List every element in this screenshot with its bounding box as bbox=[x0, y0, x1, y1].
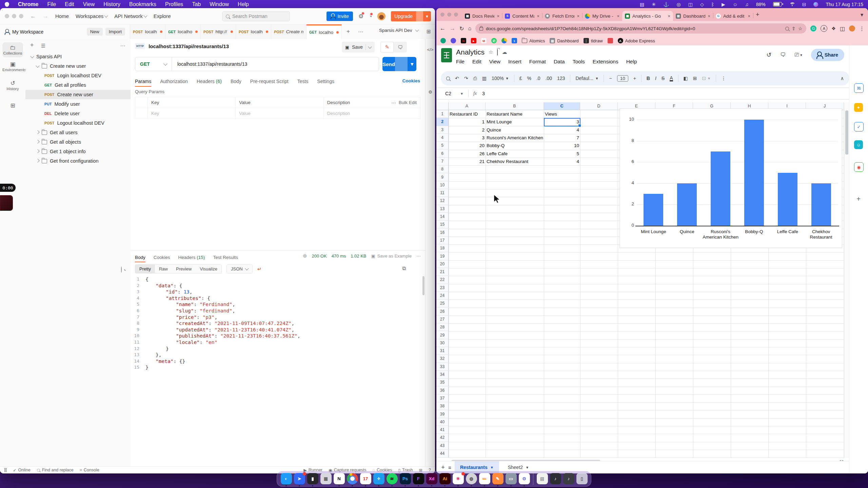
dock-dark-app[interactable]: ▮ bbox=[307, 472, 318, 486]
row-header-17[interactable]: 17 bbox=[436, 237, 449, 244]
dock-white-box[interactable]: ▤ bbox=[536, 472, 548, 486]
tab-headers[interactable]: Headers (6) bbox=[197, 79, 222, 84]
request-delete-user[interactable]: DELDelete user bbox=[25, 109, 131, 118]
text-color-icon[interactable]: A bbox=[670, 76, 673, 81]
cell-B4[interactable]: Rusconi's American Kitchen bbox=[486, 134, 544, 142]
minimize-button[interactable] bbox=[447, 13, 451, 17]
menu-help[interactable]: Help bbox=[238, 1, 249, 7]
battery-icon[interactable] bbox=[773, 2, 782, 6]
hint-bulb-icon[interactable]: ⚙ bbox=[426, 89, 435, 95]
extension-a-icon[interactable]: A bbox=[821, 25, 827, 32]
menu-format[interactable]: Format bbox=[529, 59, 546, 65]
menu-data[interactable]: Data bbox=[554, 59, 565, 65]
dock-round-app[interactable]: ◍ bbox=[466, 472, 477, 486]
home-icon[interactable]: ⌂ bbox=[468, 25, 471, 32]
tab-body[interactable]: Body bbox=[231, 79, 241, 84]
dock-mini-player-2[interactable]: ♪ bbox=[563, 472, 574, 486]
dock-trash[interactable]: ▯ bbox=[576, 472, 588, 486]
row-header-35[interactable]: 35 bbox=[436, 379, 449, 386]
record-icon[interactable]: ◎ bbox=[676, 2, 680, 7]
mode-visualize[interactable]: Visualize bbox=[196, 265, 221, 273]
menu-file[interactable]: File bbox=[47, 1, 56, 7]
dock-spotify[interactable]: ≋ bbox=[386, 472, 398, 486]
dock-notes-list[interactable]: ≔ bbox=[479, 472, 490, 486]
calendar-favicon[interactable]: 1 bbox=[512, 38, 517, 43]
siri-icon[interactable] bbox=[813, 2, 818, 7]
cell-C5[interactable]: 10 bbox=[544, 142, 580, 149]
select-all-corner[interactable] bbox=[436, 102, 449, 110]
user-status-icon[interactable]: ☺ bbox=[733, 2, 737, 7]
menu-view[interactable]: View bbox=[83, 1, 95, 7]
recording-preview[interactable] bbox=[0, 195, 13, 211]
mode-preview[interactable]: Preview bbox=[172, 265, 196, 273]
tasks-icon[interactable]: ✓ bbox=[854, 122, 864, 131]
sidebar-toggle-icon[interactable]: ⫿⫿ bbox=[4, 468, 7, 473]
new-button[interactable]: New bbox=[87, 28, 103, 36]
request-modify-user[interactable]: PUTModify user bbox=[25, 99, 131, 109]
settings-gear-icon[interactable]: ⚙ bbox=[358, 13, 363, 20]
row-header-21[interactable]: 21 bbox=[436, 268, 449, 276]
print-icon[interactable]: ⎙ bbox=[473, 76, 477, 81]
bookmark-favicon-red[interactable] bbox=[608, 38, 613, 43]
add-collection-icon[interactable]: + bbox=[30, 42, 34, 49]
chart-bar-4[interactable] bbox=[778, 173, 797, 226]
close-button[interactable] bbox=[5, 14, 9, 18]
fill-color-icon[interactable]: ◧ bbox=[684, 76, 688, 81]
menu-edit[interactable]: Edit bbox=[472, 59, 481, 65]
request-tab-1[interactable]: POSTlocalh bbox=[130, 24, 165, 39]
dock-figma[interactable]: F bbox=[413, 472, 424, 486]
cell-C3[interactable]: 4 bbox=[544, 126, 580, 134]
version-history-icon[interactable]: ↺ bbox=[766, 51, 771, 59]
request-login-localhost-dev[interactable]: POSTLogin localhost DEV bbox=[25, 71, 131, 80]
row-header-4[interactable]: 4 bbox=[436, 134, 449, 142]
menu-file[interactable]: File bbox=[456, 59, 465, 65]
forward-icon[interactable]: → bbox=[43, 13, 48, 20]
row-header-14[interactable]: 14 bbox=[436, 213, 449, 221]
profile-avatar[interactable] bbox=[849, 25, 855, 32]
close-button[interactable] bbox=[440, 13, 445, 17]
zoom-icon[interactable] bbox=[785, 27, 789, 30]
extensions-puzzle-icon[interactable]: ❖ bbox=[831, 26, 836, 31]
strikethrough-icon[interactable]: S bbox=[662, 76, 665, 81]
response-scrollbar[interactable] bbox=[422, 276, 425, 295]
key-input[interactable]: Key bbox=[147, 108, 235, 119]
menu-bookmarks[interactable]: Bookmarks bbox=[129, 1, 156, 7]
play-icon[interactable]: ▶ bbox=[722, 2, 725, 7]
mode-pretty[interactable]: Pretty bbox=[135, 265, 155, 273]
environment-selector[interactable]: Sparsis API Dev bbox=[379, 28, 418, 33]
volume-icon[interactable]: ♫ bbox=[745, 2, 749, 7]
find-and-replace[interactable]: Find and replace bbox=[37, 468, 74, 472]
folder-get-all-users[interactable]: Get all users bbox=[25, 128, 131, 137]
cookies-link[interactable]: Cookies bbox=[402, 78, 420, 83]
nav-api-network[interactable]: API Network bbox=[114, 13, 146, 19]
name-box-chevron[interactable]: ▼ bbox=[460, 92, 463, 96]
sidebar-item-history[interactable]: ↺ History bbox=[2, 80, 23, 91]
network-icon[interactable]: ⊕ bbox=[303, 253, 307, 259]
code-snippet-icon[interactable]: </> bbox=[426, 47, 435, 52]
maximize-button[interactable] bbox=[454, 13, 458, 17]
browser-tab-add-edit-chart[interactable]: G Add & edit a ch× bbox=[713, 11, 753, 21]
bookmark-dashboard[interactable]: ▥Dashboard bbox=[550, 38, 579, 43]
row-header-1[interactable]: 1 bbox=[436, 110, 449, 118]
wifi-icon[interactable] bbox=[789, 2, 795, 6]
move-folder-icon[interactable] bbox=[497, 49, 498, 55]
cell-A6[interactable]: 26 bbox=[449, 150, 486, 158]
bold-icon[interactable]: B bbox=[647, 76, 650, 81]
response-divider[interactable] bbox=[131, 250, 426, 250]
row-header-25[interactable]: 25 bbox=[436, 300, 449, 307]
browser-tab-analytics-active[interactable]: ▦ Analytics - Go× bbox=[622, 11, 673, 21]
dock-adobe-xd[interactable]: Xd bbox=[426, 472, 437, 486]
close-tab-icon[interactable]: × bbox=[577, 14, 579, 19]
cell-C4[interactable]: 7 bbox=[544, 134, 580, 142]
chart-bar-2[interactable] bbox=[711, 151, 730, 226]
browser-tab-dashboard[interactable]: ▥ Dashboard× bbox=[673, 11, 713, 21]
drive-favicon[interactable] bbox=[501, 38, 507, 43]
chart-bar-5[interactable] bbox=[811, 183, 831, 226]
request-create-new-user-selected[interactable]: POSTCreate new user bbox=[25, 90, 131, 99]
cell-B1[interactable]: Restaurant Name bbox=[486, 110, 544, 118]
comment-icon[interactable]: 🗨 bbox=[780, 52, 786, 58]
tab-params[interactable]: Params bbox=[135, 79, 151, 86]
control-center-icon[interactable]: ⊟ bbox=[802, 2, 806, 7]
document-title[interactable]: Analytics bbox=[456, 48, 485, 56]
dock-slack[interactable]: ✳ bbox=[452, 472, 464, 486]
